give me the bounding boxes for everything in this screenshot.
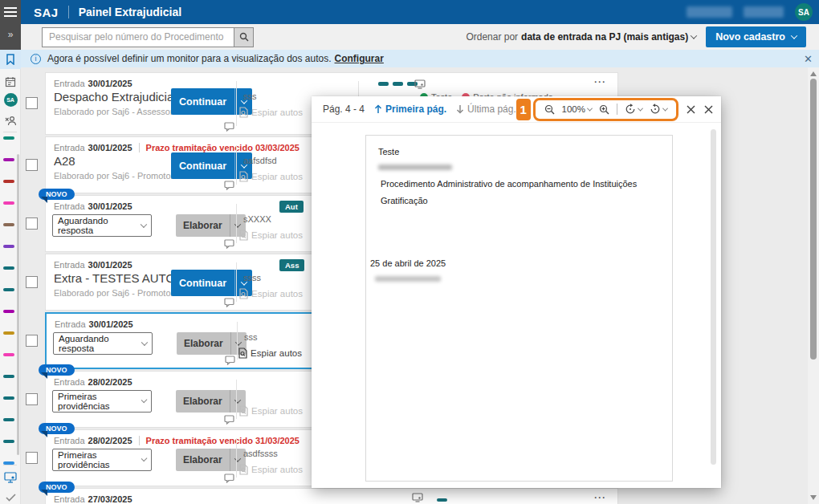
peek-files-label: Espiar autos [251,348,302,358]
scrollbar-thumb[interactable] [810,79,817,360]
monitor-view-icon[interactable] [412,493,423,502]
card-checkbox[interactable] [26,276,38,288]
card-checkbox[interactable] [26,159,38,171]
comment-bubble-icon[interactable] [224,239,234,249]
case-color-tag[interactable] [3,418,14,421]
more-options-icon[interactable]: ⋯ [593,490,606,504]
comment-bubble-icon[interactable] [224,298,234,307]
procedure-title: Extra - TESTES AUTOMAT... [54,271,174,285]
peek-files-button[interactable]: Espiar autos [238,288,303,299]
case-color-tag[interactable] [3,310,14,313]
close-viewer-button[interactable] [685,100,697,118]
new-record-button[interactable]: Novo cadastro [706,26,806,47]
redacted-nav-item[interactable] [687,6,732,18]
zoom-out-button[interactable] [544,104,555,115]
elaborate-button[interactable]: Elaborar [177,332,247,355]
case-color-tag[interactable] [3,396,14,400]
peek-files-button[interactable]: Espiar autos [238,405,303,417]
expand-sidebar-icon[interactable]: » [0,29,21,40]
peek-files-button[interactable]: Espiar autos [238,107,303,118]
peek-files-button[interactable]: Espiar autos [238,171,303,182]
first-page-button[interactable]: Primeira pág. [374,104,446,115]
case-color-tag[interactable] [3,353,14,356]
zoom-in-button[interactable] [599,104,609,115]
comment-bubble-icon[interactable] [225,356,235,365]
peek-files-button[interactable]: Espiar autos [238,348,302,359]
case-color-tag[interactable] [3,158,14,161]
elaborate-button[interactable]: Elaborar [176,390,246,413]
user-avatar[interactable]: SA [795,3,813,21]
rail-item-monitor-settings[interactable] [0,468,21,487]
app-header: SAJ Painel Extrajudicial SA [21,0,819,24]
card-checkbox[interactable] [26,217,38,230]
procedure-title: A28 [54,154,75,168]
hamburger-menu-icon[interactable] [4,7,17,17]
peek-files-button[interactable]: Espiar autos [238,464,303,475]
new-record-label: Novo cadastro [715,31,785,43]
status-teal-badge: Aut [279,201,304,213]
status-select[interactable]: Primeiras providências [52,449,152,471]
rail-item-bookmark[interactable] [0,50,21,69]
zoom-level-dropdown[interactable]: 100% [562,104,592,114]
case-color-tag[interactable] [3,375,14,378]
search-input[interactable] [42,27,234,47]
procedure-card[interactable]: NOVOEntrada27/03/2025⋯ [45,488,618,504]
tag-dash [437,498,447,502]
card-divider [236,204,237,243]
comment-bubble-icon[interactable] [224,415,234,425]
scroll-down-arrow[interactable] [810,495,817,500]
rail-item-remove-person[interactable] [0,111,21,130]
case-color-tag[interactable] [3,288,14,291]
banner-configure-link[interactable]: Configurar [335,53,384,64]
case-color-tag[interactable] [3,266,14,270]
rail-item-calendar[interactable] [0,72,21,91]
comment-bubble-icon[interactable] [224,474,234,483]
doc-text: Procedimento Administrativo de acompanha… [381,179,637,189]
comment-bubble-icon[interactable] [224,181,234,190]
status-select[interactable]: Primeiras providências [52,390,152,413]
entrada-date: 30/01/2025 [88,260,132,270]
case-color-tag[interactable] [3,331,14,335]
page-scrollbar[interactable] [808,67,819,504]
case-color-tag[interactable] [3,245,14,248]
viewer-scrollbar-thumb[interactable] [711,129,716,465]
last-page-button[interactable]: Última pág. [456,104,516,115]
close-modal-button[interactable] [703,100,715,118]
peek-files-button[interactable]: Espiar autos [238,230,303,241]
case-color-tag[interactable] [3,136,14,140]
search-button[interactable] [234,27,254,47]
card-checkbox[interactable] [26,452,38,464]
case-color-tag[interactable] [3,180,14,183]
rotate-right-dropdown[interactable] [650,104,667,115]
elaborate-button[interactable]: Elaborar [176,214,246,237]
more-options-icon[interactable]: ⋯ [593,75,606,89]
card-checkbox[interactable] [26,393,38,405]
elaborate-button[interactable]: Elaborar [176,449,246,471]
status-select[interactable]: Aguardando resposta [52,214,152,237]
app-logo[interactable]: SAJ [34,6,59,19]
entrada-label: Entrada [54,201,85,211]
banner-close-icon[interactable]: ✕ [804,54,813,64]
case-color-tag[interactable] [3,440,14,443]
rail-item-user[interactable]: SA [0,90,21,109]
card-checkbox[interactable] [26,335,38,347]
rail-scrollbar[interactable] [17,154,19,455]
status-select[interactable]: Aguardando resposta [53,332,153,355]
scroll-up-arrow[interactable] [810,71,817,76]
novo-badge: NOVO [39,423,75,434]
close-icon [687,105,695,114]
comment-bubble-icon[interactable] [224,122,234,132]
left-icon-rail: SA [0,50,21,504]
monitor-view-icon[interactable] [414,79,426,89]
doc-text: Gratificação [381,196,428,205]
rail-item-select-all[interactable] [0,488,21,504]
continue-label: Continuar [171,96,234,108]
redacted-nav-item[interactable] [744,6,784,18]
prazo-alert: Prazo tramitação vencido 31/03/2025 [139,436,299,445]
case-color-tag[interactable] [3,223,14,226]
sort-dropdown[interactable]: Ordenar por data de entrada na PJ (mais … [466,31,696,43]
status-select-value: Primeiras providências [58,392,142,411]
card-checkbox[interactable] [26,97,38,109]
case-color-tag[interactable] [3,201,14,205]
rotate-left-dropdown[interactable] [625,104,642,115]
